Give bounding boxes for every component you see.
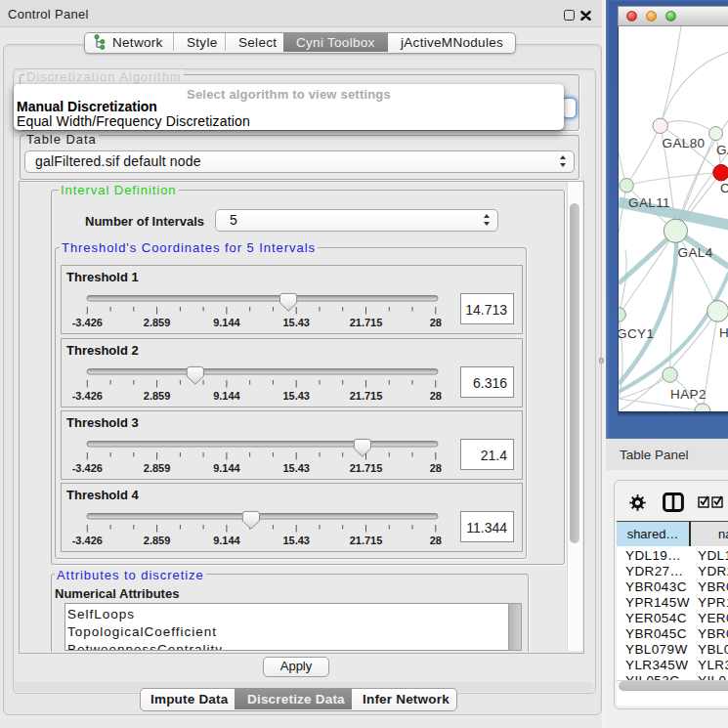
svg-text:28: 28 xyxy=(430,317,442,328)
svg-text:-3.426: -3.426 xyxy=(72,535,103,546)
svg-text:GA: GA xyxy=(716,143,728,157)
svg-text:21.715: 21.715 xyxy=(350,462,383,474)
svg-text:28: 28 xyxy=(430,462,442,474)
svg-text:GCY1: GCY1 xyxy=(619,326,654,341)
svg-text:GAL80: GAL80 xyxy=(663,136,706,150)
svg-text:CY: CY xyxy=(720,181,728,195)
svg-text:9.144: 9.144 xyxy=(213,462,240,474)
svg-text:15.43: 15.43 xyxy=(282,317,310,328)
svg-text:21.715: 21.715 xyxy=(350,535,383,546)
svg-text:GAL4: GAL4 xyxy=(678,245,713,260)
svg-text:-3.426: -3.426 xyxy=(72,317,103,328)
svg-text:H: H xyxy=(719,325,728,340)
svg-text:21.715: 21.715 xyxy=(350,317,383,328)
svg-text:9.144: 9.144 xyxy=(213,317,240,328)
svg-text:2.859: 2.859 xyxy=(144,390,171,402)
svg-text:2.859: 2.859 xyxy=(144,317,171,328)
svg-text:15.43: 15.43 xyxy=(282,535,310,546)
svg-text:15.43: 15.43 xyxy=(282,462,310,474)
svg-text:HAP2: HAP2 xyxy=(670,387,707,402)
svg-text:-3.426: -3.426 xyxy=(72,462,103,474)
svg-text:28: 28 xyxy=(430,390,442,402)
svg-text:2.859: 2.859 xyxy=(144,462,171,474)
svg-text:-3.426: -3.426 xyxy=(72,390,103,402)
svg-text:GAL11: GAL11 xyxy=(628,195,670,210)
svg-text:2.859: 2.859 xyxy=(144,535,171,546)
svg-text:9.144: 9.144 xyxy=(213,390,240,402)
svg-text:15.43: 15.43 xyxy=(282,390,310,402)
svg-text:21.715: 21.715 xyxy=(350,390,383,402)
svg-text:9.144: 9.144 xyxy=(213,535,240,546)
svg-text:28: 28 xyxy=(430,535,442,546)
